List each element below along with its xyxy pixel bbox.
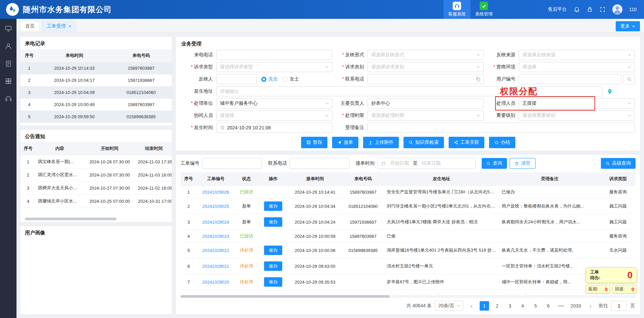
call-record-row[interactable]: 1 2024-10-29 10:14:33 15897603987 [20, 62, 172, 74]
order-number-link[interactable]: 20241029019 [202, 294, 229, 294]
reflect-source-select[interactable]: 请选择反映来源 [519, 50, 635, 60]
fullscreen-icon[interactable] [600, 6, 606, 12]
nav-customer-service[interactable]: 客服系统 [444, 0, 471, 19]
prev-page-button[interactable]: ‹ [467, 301, 476, 311]
call-record-row[interactable]: 2 2024-10-29 10:04:17 15971936687 [20, 74, 172, 87]
urge-button[interactable]: 催办 [264, 217, 282, 227]
page-button[interactable]: 2 [492, 301, 502, 311]
handler-select[interactable]: 王摆摆 [519, 98, 635, 108]
table-row: 2 20241029025 新单 催办 2024-10-29 10:04:34 … [181, 198, 636, 214]
field-handle-unit: 处理单位 城中客户服务中心 [181, 98, 332, 108]
aftersale-platform-link[interactable]: 售后平台 [548, 6, 567, 12]
clock-icon [220, 125, 225, 130]
call-record-row[interactable]: 4 2024-10-29 10:00:49 15897603987 [20, 99, 172, 111]
main-leader-input[interactable]: 抄表中心 [367, 98, 484, 108]
address-input[interactable] [216, 86, 603, 96]
page-button-last[interactable]: 2033 [569, 301, 582, 311]
urge-button[interactable]: 催办 [264, 277, 282, 287]
order-number-link[interactable]: 20241029021 [202, 264, 229, 269]
user-badge: 110 [629, 7, 637, 12]
importance-select[interactable]: 请选择重要级别 [519, 110, 635, 121]
sidebar-headset-icon[interactable] [5, 95, 12, 102]
order-number-link[interactable]: 20241029024 [202, 220, 229, 225]
dispatch-button[interactable]: 派单 [332, 137, 358, 148]
table-row: 6 20241029021 待处理 催办 2024-10-29 09:43:00… [181, 258, 636, 274]
tab-home[interactable]: 首页 [21, 21, 39, 31]
occur-time-picker[interactable]: 2024-10-29 10:21:08 [216, 123, 332, 133]
reflect-form-select[interactable]: 请选择反映形式 [367, 50, 484, 60]
status-badge: 新单 [235, 214, 258, 230]
remark-input[interactable] [367, 123, 635, 133]
page-button[interactable]: 1 [480, 301, 489, 311]
notice-row[interactable]: 4 因馨纳左岸小区水... 2024-10-25 07:00:00 2024-1… [20, 195, 172, 208]
clear-button[interactable]: 清空 [510, 158, 536, 169]
pagination-ellipsis[interactable]: ••• [556, 301, 566, 311]
page-button[interactable]: 5 [531, 301, 540, 311]
bell-icon[interactable] [574, 6, 580, 13]
close-icon[interactable]: × [68, 24, 71, 29]
appeal-type-select[interactable]: 请选择诉求类型 [216, 62, 332, 72]
page-button[interactable]: 3 [505, 301, 515, 311]
co-worker-select[interactable]: 请选择 [216, 110, 332, 121]
order-relate-button[interactable]: 工单关联 [449, 137, 484, 148]
knowledge-search-button[interactable]: 知识库检索 [404, 137, 444, 148]
phone-filter-input[interactable] [290, 158, 350, 169]
order-no-filter-input[interactable] [202, 158, 262, 169]
order-number-link[interactable]: 20241029022 [202, 248, 229, 253]
chevron-down-icon [325, 102, 329, 104]
advanced-search-button[interactable]: 高级查询 [601, 158, 636, 169]
save-draft-button[interactable]: 暂存 [301, 137, 327, 148]
urge-button[interactable]: 催办 [264, 261, 282, 271]
horizontal-scrollbar[interactable] [181, 295, 390, 298]
call-record-row[interactable]: 5 2024-10-29 09:59:50 015899639385 [20, 111, 172, 123]
annotation-permission-text: 权限分配 [500, 86, 538, 97]
page-button[interactable]: 4 [518, 301, 527, 311]
date-range-picker[interactable]: 开始日期 至 结束日期 [377, 158, 476, 169]
radio-female[interactable]: 女士 [283, 76, 299, 82]
search-button[interactable]: 查询 [482, 158, 507, 169]
sidebar-document-icon[interactable] [5, 60, 12, 67]
reporter-input[interactable] [216, 74, 257, 84]
chevron-down-icon [477, 66, 480, 68]
goto-page-input[interactable] [611, 301, 627, 311]
chevron-down-icon [628, 54, 631, 56]
contact-phone-input[interactable] [367, 74, 484, 84]
more-button[interactable]: 更多 [616, 21, 640, 31]
save-icon [306, 140, 311, 145]
sidebar-monitor-icon[interactable] [5, 25, 12, 32]
tab-work-order[interactable]: 工单受理 × [42, 21, 76, 31]
page-button[interactable]: 6 [544, 301, 553, 311]
lock-icon[interactable] [587, 6, 593, 12]
radio-male[interactable]: 先生 [261, 76, 278, 82]
avatar[interactable] [612, 4, 622, 14]
order-number-link[interactable]: 20241029023 [202, 234, 229, 239]
page-size-select[interactable]: 20条/页 [435, 301, 463, 311]
notice-row[interactable]: 2 因汇龙湾小区需水... 2024-10-28 07:30:00 2024-1… [20, 168, 172, 182]
copy-icon[interactable] [476, 76, 481, 82]
sidebar-apps-grid-icon[interactable] [5, 77, 12, 85]
upload-attachment-button[interactable]: 上传附件 [363, 137, 399, 148]
business-env-select[interactable]: 请选择 [519, 62, 635, 72]
order-number-link[interactable]: 20241029025 [202, 204, 229, 209]
call-record-row[interactable]: 3 2024-10-29 10:04:09 018512104060 [20, 87, 172, 99]
todo-badge[interactable]: 工单 待办: 0 延期:0 回退:0 [586, 267, 637, 293]
chevron-down-icon [628, 102, 631, 104]
notice-row[interactable]: 1 因文峰名居一期(... 2024-10-28 07:30:00 2024-1… [20, 155, 172, 168]
deadline-select[interactable]: 请选择处理时限 [367, 110, 484, 121]
finish-button[interactable]: 办结 [489, 137, 515, 148]
search-icon[interactable] [623, 74, 635, 84]
call-phone-input[interactable] [216, 50, 332, 60]
urge-button[interactable]: 催办 [264, 246, 282, 255]
handle-unit-select[interactable]: 城中客户服务中心 [216, 98, 332, 108]
location-pin-icon[interactable] [607, 89, 613, 94]
next-page-button[interactable]: › [586, 301, 595, 311]
notice-row[interactable]: 3 因舜井大道天风小... 2024-10-27 07:30:00 2024-1… [20, 182, 172, 195]
sidebar-user-icon[interactable] [5, 42, 12, 50]
horizontal-scrollbar[interactable] [25, 218, 117, 220]
user-no-input[interactable] [519, 74, 621, 84]
urge-button[interactable]: 催办 [264, 201, 282, 211]
order-number-link[interactable]: 20241029026 [202, 190, 229, 195]
appeal-category-select[interactable]: 请选择诉求类别 [367, 62, 484, 72]
nav-system-management[interactable]: 系统管理 [471, 0, 497, 19]
order-number-link[interactable]: 20241029020 [202, 280, 229, 285]
